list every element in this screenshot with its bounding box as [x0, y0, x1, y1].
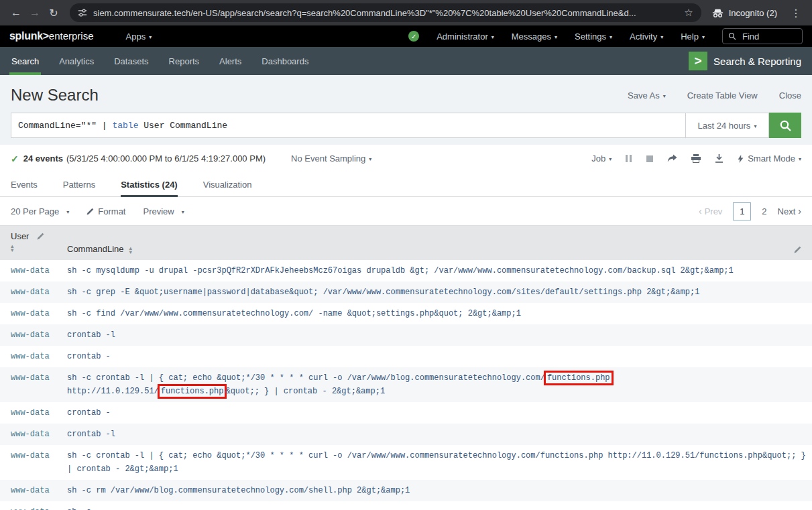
health-check-icon[interactable]: ✓ [408, 31, 419, 42]
browser-menu-icon[interactable]: ⋮ [787, 3, 805, 22]
edit-table-icon[interactable] [794, 246, 801, 253]
nav-item-analytics[interactable]: Analytics [49, 47, 104, 75]
page-button-2[interactable]: 2 [762, 206, 766, 216]
export-icon[interactable] [715, 154, 723, 163]
table-row: www-datacrontab -l [0, 424, 812, 445]
table-row: www-datash -c mysqldump -u drupal -pcsr3… [0, 260, 812, 281]
chevron-down-icon: ▾ [754, 123, 756, 129]
apps-menu[interactable]: Apps ▾ [126, 31, 152, 42]
cell-user[interactable]: www-data [0, 324, 56, 346]
nav-item-reports[interactable]: Reports [159, 47, 210, 75]
nav-item-search[interactable]: Search [1, 47, 49, 75]
page-button-1[interactable]: 1 [733, 202, 751, 220]
cell-user[interactable]: www-data [0, 260, 56, 281]
per-page-menu[interactable]: 20 Per Page ▾ [11, 206, 69, 216]
splunk-app-icon: > [689, 52, 707, 70]
topbar-menu-label: Messages [512, 31, 551, 42]
tab-patterns[interactable]: Patterns [63, 172, 95, 196]
address-bar[interactable]: siem.commensurate.tech/en-US/app/search/… [70, 3, 701, 22]
job-complete-check-icon: ✓ [11, 153, 19, 164]
search-mode-menu[interactable]: Smart Mode ▾ [738, 153, 801, 164]
cell-commandline[interactable]: sh -c crontab -l | { cat; echo &quot;*/3… [56, 445, 812, 480]
tab-visualization[interactable]: Visualization [203, 172, 252, 196]
nav-item-alerts[interactable]: Alerts [209, 47, 251, 75]
logo-text-enterprise: enterprise [49, 30, 94, 42]
apps-menu-label: Apps [126, 31, 146, 42]
find-box[interactable] [722, 28, 803, 44]
event-range: (5/31/25 4:00:00.000 PM to 6/1/25 4:19:2… [66, 153, 266, 164]
forward-icon[interactable]: → [25, 3, 44, 22]
cell-commandline[interactable]: sh -c crontab -l | { cat; echo &quot;*/3… [56, 367, 812, 402]
app-badge[interactable]: > Search & Reporting [689, 47, 811, 75]
cell-user[interactable]: www-data [0, 424, 56, 445]
cell-commandline[interactable]: crontab -l [56, 424, 812, 445]
time-range-label: Last 24 hours [698, 121, 751, 131]
incognito-badge: Incognito (2) [708, 8, 787, 18]
topbar-menu-help[interactable]: Help▾ [681, 31, 705, 42]
preview-menu[interactable]: Preview ▾ [143, 206, 184, 216]
create-table-view-link[interactable]: Create Table View [687, 90, 758, 101]
tab-statistics-24[interactable]: Statistics (24) [121, 172, 178, 196]
share-icon[interactable] [667, 154, 677, 163]
job-menu[interactable]: Job ▾ [591, 153, 612, 164]
refresh-icon[interactable]: ↻ [44, 3, 63, 22]
save-as-menu[interactable]: Save As ▾ [628, 90, 666, 101]
topbar-menu-label: Help [681, 31, 699, 42]
topbar-menu-messages[interactable]: Messages▾ [512, 31, 557, 42]
topbar-menu-settings[interactable]: Settings▾ [575, 31, 612, 42]
annotation-red-box: functions.php [158, 384, 227, 399]
format-button[interactable]: Format [86, 206, 125, 216]
column-header-user[interactable]: User ▴▾ [0, 226, 56, 260]
cell-user[interactable]: www-data [0, 346, 56, 367]
prev-page-button[interactable]: ‹ Prev [699, 206, 722, 216]
close-link[interactable]: Close [779, 90, 801, 101]
cell-user[interactable]: www-data [0, 303, 56, 324]
cell-commandline[interactable]: crontab - [56, 402, 812, 424]
topbar-menu-activity[interactable]: Activity▾ [630, 31, 663, 42]
cell-user[interactable]: www-data [0, 402, 56, 424]
search-query-input[interactable]: CommandLine="*" | table User CommandLine [11, 113, 686, 138]
cell-commandline[interactable]: sh -c rm /var/www/blog.commensuratetechn… [56, 480, 812, 501]
cell-commandline[interactable]: crontab - [56, 346, 812, 367]
cell-commandline[interactable]: sh -c mysqldump -u drupal -pcsr3pQfR2rXD… [56, 260, 812, 281]
nav-item-dashboards[interactable]: Dashboards [251, 47, 318, 75]
edit-column-icon[interactable] [37, 233, 44, 240]
cell-user[interactable]: www-data [0, 445, 56, 480]
table-row: www-datash -c rm /var/www/blog.commensur… [0, 480, 812, 501]
find-input[interactable] [741, 31, 796, 42]
topbar-menu-administrator[interactable]: Administrator▾ [437, 31, 494, 42]
stop-icon[interactable] [646, 155, 653, 162]
search-button[interactable] [769, 113, 801, 138]
sort-icon[interactable]: ▴▾ [129, 246, 133, 254]
chevron-right-icon: › [798, 206, 801, 216]
table-row: www-datash -c crontab -l | { cat; echo &… [0, 367, 812, 402]
cell-user[interactable]: www-data [0, 281, 56, 303]
chevron-down-icon: ▾ [491, 34, 494, 40]
url-text: siem.commensurate.tech/en-US/app/search/… [93, 8, 677, 18]
search-mode-label: Smart Mode [748, 153, 795, 164]
print-icon[interactable] [691, 154, 701, 163]
time-range-picker[interactable]: Last 24 hours ▾ [686, 113, 769, 138]
cell-commandline[interactable]: sh -c find /var/www/www.commensuratetech… [56, 303, 812, 324]
cell-user[interactable]: www-data [0, 480, 56, 501]
cell-commandline[interactable]: sh -c grep -E &quot;username|password|da… [56, 281, 812, 303]
nav-item-datasets[interactable]: Datasets [104, 47, 158, 75]
cell-user[interactable]: www-data [0, 501, 56, 510]
cell-commandline[interactable]: crontab -l [56, 324, 812, 346]
table-row: www-datash -c grep -E &quot;username|pas… [0, 281, 812, 303]
cell-user[interactable]: www-data [0, 367, 56, 402]
bookmark-star-icon[interactable]: ☆ [684, 7, 693, 19]
next-page-button[interactable]: Next › [778, 206, 801, 216]
cell-commandline[interactable]: sh -c [56, 501, 812, 510]
sort-icon[interactable]: ▴▾ [11, 244, 56, 252]
pause-icon[interactable] [626, 155, 632, 162]
column-header-commandline[interactable]: CommandLine ▴▾ [56, 226, 812, 260]
tab-events[interactable]: Events [11, 172, 38, 196]
back-icon[interactable]: ← [7, 3, 25, 22]
event-sampling-menu[interactable]: No Event Sampling ▾ [291, 153, 371, 164]
table-row: www-datacrontab -l [0, 324, 812, 346]
prev-label: Prev [705, 206, 723, 216]
site-settings-icon[interactable] [78, 8, 87, 17]
event-sampling-label: No Event Sampling [291, 153, 365, 164]
job-controls: Job ▾ Smart Mode ▾ [591, 153, 801, 164]
